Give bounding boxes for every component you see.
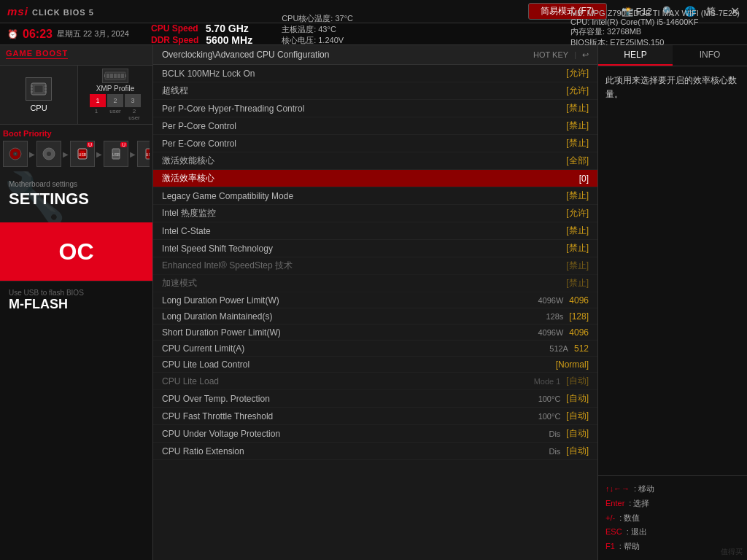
table-row[interactable]: Long Duration Maintained(s)128s[128]	[153, 308, 597, 324]
sidebar-items: 🔧 Motherboard settings SETTINGS OC Use U…	[0, 171, 152, 560]
watermark: 值得买	[721, 547, 743, 557]
mflash-label: M-FLASH	[9, 297, 144, 312]
xmp-btn-3[interactable]: 3	[125, 94, 141, 107]
cpu-speed-label: CPU Speed	[151, 23, 198, 34]
settings-nav-item[interactable]: 🔧 Motherboard settings SETTINGS	[0, 171, 152, 222]
setting-value: [禁止]	[566, 137, 589, 149]
setting-name: CPU Under Voltage Protection	[162, 429, 516, 439]
table-row[interactable]: CPU Under Voltage ProtectionDis[自动]	[153, 425, 597, 443]
setting-value: [禁止]	[566, 120, 589, 132]
setting-value: [禁止]	[566, 190, 589, 202]
tab-help[interactable]: HELP	[598, 45, 673, 66]
setting-name: Short Duration Power Limit(W)	[162, 327, 519, 338]
boot-device-4[interactable]: U USB	[104, 141, 128, 167]
settings-sub-label: Motherboard settings	[9, 180, 144, 188]
xmp-icon	[102, 69, 128, 83]
setting-name: Per P-Core Hyper-Threading Control	[162, 104, 516, 114]
svg-rect-11	[114, 74, 117, 78]
table-row[interactable]: CPU Over Temp. Protection100°C[自动]	[153, 390, 597, 408]
game-boost-label: GAME BOOST	[6, 49, 68, 59]
table-row[interactable]: Intel Speed Shift Technology[禁止]	[153, 240, 597, 257]
table-row[interactable]: 激活效率核心[0]	[153, 170, 597, 187]
xmp-sub-labels: 1 user 2user	[88, 108, 142, 121]
table-row[interactable]: Long Duration Power Limit(W)4096W4096	[153, 292, 597, 308]
setting-value: [0]	[579, 174, 589, 184]
game-boost-section: GAME BOOST	[0, 45, 152, 66]
setting-value: 4096	[569, 327, 589, 338]
setting-name: CPU Current Limit(A)	[162, 343, 525, 354]
setting-value: [禁止]	[566, 225, 589, 237]
setting-name: CPU Lite Load	[162, 376, 516, 386]
setting-name: CPU Ratio Extension	[162, 446, 516, 456]
setting-sub-value: 128s	[519, 312, 563, 321]
table-row[interactable]: CPU Lite Load Control[Normal]	[153, 357, 597, 373]
table-row[interactable]: Legacy Game Compatibility Mode[禁止]	[153, 187, 597, 205]
clock-icon: ⏰	[7, 29, 18, 39]
setting-value: 512	[574, 343, 589, 354]
setting-name: 超线程	[162, 85, 516, 97]
sidebar: GAME BOOST CPU	[0, 45, 153, 560]
svg-text:USB: USB	[79, 152, 87, 157]
setting-name: Intel C-State	[162, 226, 516, 236]
table-row[interactable]: Per E-Core Control[禁止]	[153, 135, 597, 152]
main-area: GAME BOOST CPU	[0, 45, 747, 560]
tab-info[interactable]: INFO	[673, 45, 747, 66]
mflash-nav-item[interactable]: Use USB to flash BIOS M-FLASH	[0, 281, 152, 319]
help-content: 此项用来选择要开启的效率核心数量。	[598, 66, 747, 475]
xmp-btn-1[interactable]: 1	[90, 94, 106, 107]
svg-text:USB: USB	[146, 152, 150, 157]
table-row[interactable]: Intel C-State[禁止]	[153, 222, 597, 240]
msi-logo: msi CLICK BIOS 5	[7, 5, 94, 18]
table-row[interactable]: Per P-Core Hyper-Threading Control[禁止]	[153, 100, 597, 117]
setting-name: CPU Over Temp. Protection	[162, 394, 516, 404]
boot-priority-section: Boot Priority ▶	[0, 124, 152, 171]
table-row[interactable]: CPU Fast Throttle Threshold100°C[自动]	[153, 408, 597, 425]
setting-value: [禁止]	[566, 102, 589, 114]
setting-value: [允许]	[566, 85, 589, 97]
setting-name: Per P-Core Control	[162, 121, 516, 131]
table-row[interactable]: CPU Lite LoadMode 1[自动]	[153, 373, 597, 390]
setting-name: Per E-Core Control	[162, 139, 516, 149]
table-row[interactable]: 激活效能核心[全部]	[153, 152, 597, 170]
breadcrumb: Overclocking\Advanced CPU Configuration	[162, 50, 329, 60]
table-row[interactable]: CPU Current Limit(A)512A512	[153, 341, 597, 357]
boot-device-3[interactable]: U USB	[70, 141, 95, 167]
xmp-section: XMP Profile 1 2 3 1 user 2user	[78, 66, 152, 124]
xmp-buttons: 1 2 3	[90, 94, 141, 107]
boot-device-1[interactable]	[3, 141, 28, 167]
cpu-label: CPU	[30, 104, 47, 112]
table-row[interactable]: Intel 热度监控[允许]	[153, 205, 597, 222]
cpu-profile-button[interactable]: CPU	[0, 66, 78, 124]
setting-value: [全部]	[566, 155, 589, 167]
setting-name: 加速模式	[162, 277, 516, 289]
table-row[interactable]: Enhanced Intel® SpeedStep 技术[禁止]	[153, 257, 597, 275]
setting-value: [允许]	[566, 207, 589, 219]
back-icon[interactable]: ↩	[582, 50, 589, 60]
table-row[interactable]: Short Duration Power Limit(W)4096W4096	[153, 324, 597, 341]
boot-devices: ▶ ▶ U USB ▶	[3, 141, 150, 167]
oc-nav-item[interactable]: OC	[0, 222, 152, 281]
svg-point-18	[15, 153, 16, 155]
info-bar: ⏰ 06:23 星期五 22 3月, 2024 CPU Speed 5.70 G…	[0, 23, 747, 45]
boot-device-2[interactable]	[36, 141, 61, 167]
clock-date: 星期五 22 3月, 2024	[57, 28, 129, 39]
setting-value: [允许]	[566, 67, 589, 79]
table-row[interactable]: BCLK 100MHz Lock On[允许]	[153, 65, 597, 82]
hotkey-area: HOT KEY | ↩	[533, 50, 589, 60]
setting-sub-value: 512A	[525, 344, 568, 353]
xmp-btn-2[interactable]: 2	[107, 94, 123, 107]
table-row[interactable]: CPU Ratio ExtensionDis[自动]	[153, 443, 597, 460]
setting-sub-value: 100°C	[516, 412, 560, 421]
table-row[interactable]: 加速模式[禁止]	[153, 275, 597, 292]
svg-rect-10	[110, 74, 113, 78]
setting-name: Intel 热度监控	[162, 207, 516, 219]
setting-sub-value: 4096W	[519, 296, 563, 305]
setting-name: BCLK 100MHz Lock On	[162, 69, 516, 79]
table-row[interactable]: Per P-Core Control[禁止]	[153, 117, 597, 135]
settings-table[interactable]: BCLK 100MHz Lock On[允许]超线程[允许]Per P-Core…	[153, 65, 597, 560]
setting-value: [自动]	[566, 427, 589, 440]
setting-name: Intel Speed Shift Technology	[162, 244, 516, 254]
table-row[interactable]: 超线程[允许]	[153, 82, 597, 100]
boot-device-5[interactable]: U USB	[137, 141, 150, 167]
cpu-icon	[26, 77, 52, 101]
